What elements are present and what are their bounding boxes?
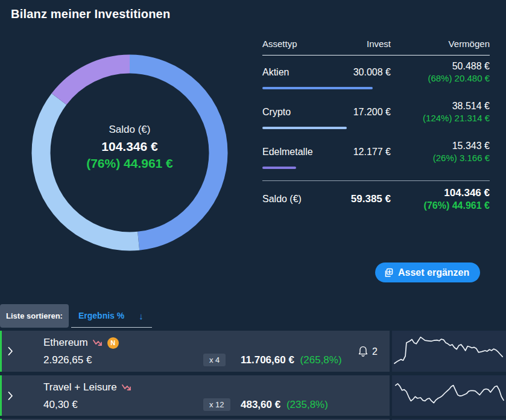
asset-row-main: Travel + Leisure 40,30 € x 12 483,60 € (…	[0, 375, 390, 416]
vermoegen-cell: 38.514 € (124%) 21.314 €	[391, 101, 490, 123]
asset-type-table: Assettyp Invest Vermögen Aktien 30.008 €…	[262, 39, 490, 211]
total-vermoegen: 104.346 €	[391, 187, 490, 199]
table-header: Assettyp Invest Vermögen	[262, 39, 490, 56]
asset-name: Travel + Leisure	[43, 381, 117, 393]
asset-row-travel-leisure[interactable]: Travel + Leisure 40,30 € x 12 483,60 € (…	[0, 375, 506, 416]
asset-info: Ethereum N 2.926,65 €	[43, 336, 119, 366]
price-alerts[interactable]: 2	[358, 345, 378, 358]
asset-type-name: Aktien	[262, 67, 335, 78]
sort-option-ergebnis[interactable]: Ergebnis % ↓	[71, 304, 152, 328]
vermoegen-cell: 15.343 € (26%) 3.166 €	[391, 141, 490, 163]
invest-value: 17.200 €	[335, 107, 391, 118]
asset-value-line: 483,60 € (235,8%)	[241, 399, 328, 411]
saldo-value: 104.346 €	[30, 139, 229, 154]
add-asset-label: Asset ergänzen	[398, 267, 469, 278]
aktien-share-bar	[262, 87, 373, 89]
invest-value: 30.008 €	[335, 67, 391, 78]
trend-down-icon	[122, 384, 131, 391]
vermoegen-value: 38.514 €	[391, 101, 490, 112]
table-total-row: Saldo (€) 59.385 € 104.346 € (76%) 44.96…	[262, 180, 490, 211]
asset-total-value: 11.706,60 €	[241, 354, 294, 366]
sparkline-chart	[392, 331, 506, 372]
add-document-icon	[384, 268, 393, 278]
total-vermoegen-cell: 104.346 € (76%) 44.961 €	[391, 187, 490, 211]
vermoegen-gain: (68%) 20.480 €	[391, 73, 490, 83]
sort-option-label: Ergebnis %	[78, 311, 124, 320]
asset-gain-percent: (265,8%)	[300, 354, 342, 366]
total-label: Saldo (€)	[262, 194, 335, 205]
asset-name: Ethereum	[43, 337, 88, 349]
asset-row-main: Ethereum N 2.926,65 € x 4 11.706,60 €	[0, 331, 390, 372]
vermoegen-value: 15.343 €	[391, 141, 490, 151]
sort-direction-arrow-icon[interactable]: ↓	[139, 311, 144, 321]
asset-price: 40,30 €	[43, 399, 131, 411]
sparkline-panel	[392, 331, 506, 372]
header-assettyp: Assettyp	[262, 39, 335, 49]
sort-list-label: Liste sortieren:	[0, 304, 69, 328]
vermoegen-cell: 50.488 € (68%) 20.480 €	[391, 61, 490, 83]
quantity-badge: x 4	[203, 354, 226, 366]
table-row-edelmetalle: Edelmetalle 12.177 € 15.343 € (26%) 3.16…	[262, 141, 490, 163]
quantity-badge: x 12	[203, 398, 230, 411]
asset-info: Travel + Leisure 40,30 €	[43, 381, 131, 411]
vermoegen-gain: (124%) 21.314 €	[391, 113, 490, 123]
table-row-crypto: Crypto 17.200 € 38.514 € (124%) 21.314 €	[262, 101, 490, 123]
alert-count: 2	[372, 346, 378, 357]
vermoegen-value: 50.488 €	[391, 61, 490, 72]
asset-value-line: 11.706,60 € (265,8%)	[241, 354, 342, 366]
invest-value: 12.177 €	[335, 147, 391, 158]
page-title: Bilanz meiner Investitionen	[11, 7, 170, 21]
vermoegen-gain: (26%) 3.166 €	[391, 153, 490, 163]
asset-price: 2.926,65 €	[43, 354, 119, 366]
trend-down-icon	[93, 339, 103, 346]
add-asset-button[interactable]: Asset ergänzen	[375, 262, 480, 282]
sparkline-chart	[392, 375, 506, 416]
table-row-aktien: Aktien 30.008 € 50.488 € (68%) 20.480 €	[262, 61, 490, 83]
asset-list: Ethereum N 2.926,65 € x 4 11.706,60 €	[0, 331, 506, 420]
header-invest: Invest	[335, 39, 391, 49]
asset-type-name: Crypto	[262, 107, 335, 118]
total-gain: (76%) 44.961 €	[391, 200, 490, 211]
crypto-share-bar	[262, 127, 347, 129]
donut-center-summary: Saldo (€) 104.346 € (76%) 44.961 €	[30, 124, 229, 171]
asset-row-ethereum[interactable]: Ethereum N 2.926,65 € x 4 11.706,60 €	[0, 331, 506, 372]
new-badge: N	[107, 337, 119, 349]
header-vermoegen: Vermögen	[391, 39, 490, 49]
edelmetalle-share-bar	[262, 167, 296, 169]
portfolio-donut-chart: Saldo (€) 104.346 € (76%) 44.961 €	[30, 53, 229, 252]
saldo-label: Saldo (€)	[30, 124, 229, 136]
investment-dashboard: Bilanz meiner Investitionen Saldo (€) 10…	[0, 0, 506, 420]
total-invest: 59.385 €	[335, 193, 391, 205]
saldo-gain: (76%) 44.961 €	[30, 156, 229, 171]
bell-icon	[358, 345, 368, 358]
asset-gain-percent: (235,8%)	[286, 399, 328, 410]
asset-total-value: 483,60 €	[241, 399, 280, 410]
chevron-right-icon[interactable]	[8, 391, 13, 400]
sparkline-panel	[392, 375, 506, 416]
chevron-right-icon[interactable]	[8, 347, 13, 356]
asset-type-name: Edelmetalle	[262, 147, 335, 158]
